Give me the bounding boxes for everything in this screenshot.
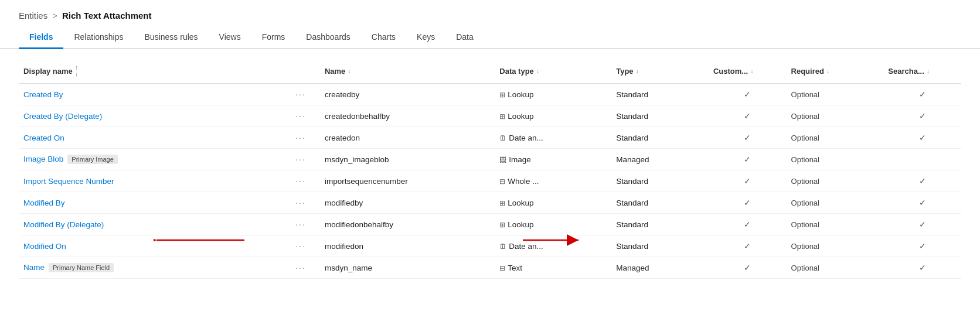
cell-custom: ✓ — [709, 214, 787, 235]
cell-actions[interactable]: ··· — [291, 170, 320, 192]
table-row: Modified By (Delegate)···modifiedonbehal… — [19, 214, 961, 235]
tab-dashboards[interactable]: Dashboards — [295, 26, 361, 49]
tab-forms[interactable]: Forms — [251, 26, 296, 49]
cell-type: Standard — [611, 170, 709, 192]
cell-type: Standard — [611, 84, 709, 105]
cell-datatype: 🖼Image — [495, 149, 611, 170]
tab-keys[interactable]: Keys — [406, 26, 445, 49]
cell-required: Optional — [787, 192, 884, 214]
tab-charts[interactable]: Charts — [361, 26, 406, 49]
tab-business-rules[interactable]: Business rules — [134, 26, 209, 49]
cell-custom: ✓ — [709, 170, 787, 192]
cell-name: msdyn_name — [320, 257, 495, 279]
tab-relationships[interactable]: Relationships — [63, 26, 134, 49]
col-header-name[interactable]: Name ↓ — [320, 59, 495, 84]
displayname-link[interactable]: Created By — [23, 90, 63, 99]
cell-actions[interactable]: ··· — [291, 84, 320, 105]
cell-actions[interactable]: ··· — [291, 257, 320, 279]
custom-check-icon: ✓ — [744, 133, 751, 142]
datatype-icon: 🗓 — [499, 134, 506, 142]
col-header-datatype[interactable]: Data type ↓ — [495, 59, 611, 84]
cell-type: Managed — [611, 257, 709, 279]
cell-searchable: ✓ — [883, 127, 961, 149]
fields-table: Display name ↑↓ Name ↓ Data type — [19, 59, 961, 279]
datatype-label: Lookup — [508, 199, 533, 207]
searchable-check-icon: ✓ — [919, 111, 926, 121]
tab-data[interactable]: Data — [445, 26, 484, 49]
searchable-check-icon: ✓ — [919, 241, 926, 251]
cell-actions[interactable]: ··· — [291, 105, 320, 127]
displayname-link[interactable]: Image Blob — [23, 155, 63, 163]
cell-searchable: ✓ — [883, 235, 961, 257]
table-row: Modified On···modifiedon🗓Date an...Stand… — [19, 235, 961, 257]
datatype-label: Text — [508, 264, 522, 272]
datatype-icon: ⊟ — [499, 264, 505, 272]
datatype-label: Lookup — [508, 90, 533, 99]
cell-searchable: ✓ — [883, 170, 961, 192]
cell-custom: ✓ — [709, 257, 787, 279]
datatype-label: Date an... — [509, 242, 543, 251]
col-header-required[interactable]: Required ↓ — [787, 59, 884, 84]
cell-searchable: ✓ — [883, 105, 961, 127]
searchable-check-icon: ✓ — [919, 220, 926, 229]
cell-actions[interactable]: ··· — [291, 149, 320, 170]
table-row: Created By (Delegate)···createdonbehalfb… — [19, 105, 961, 127]
cell-datatype: ⊞Lookup — [495, 105, 611, 127]
custom-check-icon: ✓ — [744, 176, 751, 186]
tab-views[interactable]: Views — [209, 26, 251, 49]
col-header-custom[interactable]: Custom... ↓ — [709, 59, 787, 84]
cell-required: Optional — [787, 257, 884, 279]
cell-required: Optional — [787, 149, 884, 170]
cell-displayname: Modified By (Delegate) — [19, 214, 291, 235]
cell-datatype: 🗓Date an... — [495, 235, 611, 257]
breadcrumb: Entities > Rich Text Attachment — [0, 0, 980, 26]
row-badge: Primary Name Field — [49, 263, 114, 272]
cell-name: modifiedby — [320, 192, 495, 214]
cell-actions[interactable]: ··· — [291, 214, 320, 235]
cell-custom: ✓ — [709, 235, 787, 257]
col-header-type[interactable]: Type ↓ — [611, 59, 709, 84]
custom-check-icon: ✓ — [744, 241, 751, 251]
cell-required: Optional — [787, 214, 884, 235]
col-header-displayname[interactable]: Display name ↑↓ — [19, 59, 291, 84]
col-header-searchable[interactable]: Searcha... ↓ — [883, 59, 961, 84]
cell-required: Optional — [787, 127, 884, 149]
displayname-link[interactable]: Import Sequence Number — [23, 177, 114, 186]
cell-displayname: Import Sequence Number — [19, 170, 291, 192]
table-row: NamePrimary Name Field···msdyn_name⊟Text… — [19, 257, 961, 279]
tab-fields[interactable]: Fields — [19, 26, 63, 49]
cell-actions[interactable]: ··· — [291, 192, 320, 214]
cell-type: Standard — [611, 192, 709, 214]
cell-datatype: ⊞Lookup — [495, 214, 611, 235]
cell-custom: ✓ — [709, 127, 787, 149]
datatype-icon: ⊞ — [499, 221, 505, 229]
displayname-link[interactable]: Modified By (Delegate) — [23, 220, 104, 229]
cell-searchable: ✓ — [883, 257, 961, 279]
cell-type: Standard — [611, 105, 709, 127]
cell-required: Optional — [787, 84, 884, 105]
custom-check-icon: ✓ — [744, 220, 751, 229]
searchable-check-icon: ✓ — [919, 176, 926, 186]
cell-searchable: ✓ — [883, 214, 961, 235]
displayname-link[interactable]: Name — [23, 263, 45, 272]
col-header-actions — [291, 59, 320, 84]
displayname-link[interactable]: Created On — [23, 134, 64, 142]
datatype-icon: ⊟ — [499, 177, 505, 186]
cell-displayname: Image BlobPrimary Image — [19, 149, 291, 170]
cell-required: Optional — [787, 170, 884, 192]
custom-check-icon: ✓ — [744, 198, 751, 207]
custom-check-icon: ✓ — [744, 155, 751, 164]
displayname-link[interactable]: Created By (Delegate) — [23, 112, 102, 121]
cell-actions[interactable]: ··· — [291, 235, 320, 257]
displayname-link[interactable]: Modified By — [23, 199, 65, 207]
table-row: Modified By···modifiedby⊞LookupStandard✓… — [19, 192, 961, 214]
row-badge: Primary Image — [67, 155, 118, 164]
datatype-icon: ⊞ — [499, 112, 505, 121]
cell-type: Standard — [611, 235, 709, 257]
breadcrumb-separator: > — [52, 11, 57, 20]
custom-check-icon: ✓ — [744, 90, 751, 99]
breadcrumb-parent[interactable]: Entities — [19, 11, 47, 20]
displayname-link[interactable]: Modified On — [23, 242, 66, 251]
cell-actions[interactable]: ··· — [291, 127, 320, 149]
searchable-check-icon: ✓ — [919, 263, 926, 272]
